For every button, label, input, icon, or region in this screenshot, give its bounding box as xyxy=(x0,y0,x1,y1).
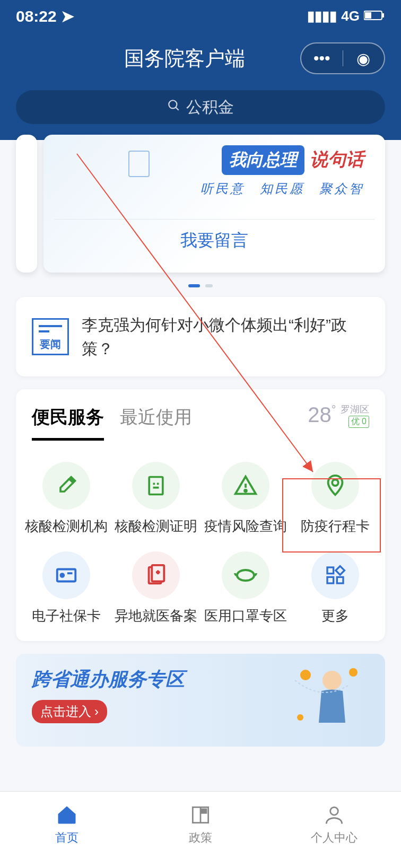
service-mask-zone[interactable]: 医用口罩专区 xyxy=(201,551,290,625)
news-headline: 李克强为何针对小微个体频出“利好”政策？ xyxy=(82,313,369,361)
doc-check-icon xyxy=(132,462,180,510)
paper-icon xyxy=(128,151,150,177)
person-illustration xyxy=(290,664,364,744)
svg-point-19 xyxy=(322,671,342,690)
med-doc-icon xyxy=(132,551,180,599)
network-label: 4G xyxy=(341,8,360,24)
policy-icon xyxy=(189,803,212,827)
chevron-right-icon: › xyxy=(94,704,99,719)
svg-rect-2 xyxy=(382,13,384,17)
svg-point-10 xyxy=(60,574,64,577)
menu-icon[interactable]: ••• xyxy=(301,43,343,73)
search-icon xyxy=(167,98,181,116)
service-label: 电子社保卡 xyxy=(32,607,101,625)
banner-subtitle: 听民意 知民愿 聚众智 xyxy=(54,180,364,197)
tab-home[interactable]: 首页 xyxy=(0,792,134,857)
svg-rect-17 xyxy=(327,577,334,583)
svg-rect-26 xyxy=(202,809,206,813)
svg-point-14 xyxy=(237,570,254,581)
banner-chip: 我向总理 xyxy=(222,145,304,175)
service-label: 医用口罩专区 xyxy=(204,607,287,625)
banner-button[interactable]: 我要留言 xyxy=(54,219,374,262)
profile-icon xyxy=(322,803,346,827)
news-badge-icon: 要闻 xyxy=(32,318,69,355)
page-title: 国务院客户端 xyxy=(69,45,300,72)
service-label: 更多 xyxy=(321,607,349,625)
news-card[interactable]: 要闻 李克强为何针对小微个体频出“利好”政策？ xyxy=(16,297,385,376)
service-offsite-medical[interactable]: 异地就医备案 xyxy=(111,551,201,625)
svg-rect-1 xyxy=(365,12,371,19)
search-placeholder: 公积金 xyxy=(186,97,234,118)
banner-carousel[interactable]: 我向总理 说句话 听民意 知民愿 聚众智 我要留言 xyxy=(0,135,401,297)
svg-point-20 xyxy=(300,670,311,680)
weather-badge: 优 0 xyxy=(348,416,369,428)
battery-icon xyxy=(364,8,385,24)
service-nucleic-cert[interactable]: 核酸检测证明 xyxy=(111,462,201,536)
svg-point-27 xyxy=(330,807,338,815)
mask-icon xyxy=(222,551,269,599)
service-label: 异地就医备案 xyxy=(115,607,197,625)
close-icon[interactable]: ◉ xyxy=(343,43,385,73)
svg-point-8 xyxy=(332,480,338,486)
service-nucleic-org[interactable]: 核酸检测机构 xyxy=(21,462,111,536)
svg-line-4 xyxy=(176,107,178,110)
home-icon xyxy=(55,803,79,827)
services-grid: 核酸检测机构 核酸检测证明 疫情风险查询 防疫行程卡 xyxy=(21,446,380,625)
svg-rect-16 xyxy=(335,566,344,575)
header: 国务院客户端 ••• ◉ 公积金 xyxy=(0,32,401,140)
warning-icon xyxy=(222,462,269,510)
miniprogram-capsule[interactable]: ••• ◉ xyxy=(300,42,385,74)
search-input[interactable]: 公积金 xyxy=(16,90,385,124)
tab-label: 政策 xyxy=(189,830,212,846)
svg-rect-5 xyxy=(149,477,163,495)
pager-dot-active xyxy=(188,284,200,287)
svg-rect-15 xyxy=(327,567,334,574)
signal-icon: ▮▮▮▮ xyxy=(307,8,337,24)
service-travel-card[interactable]: 防疫行程卡 xyxy=(290,462,380,536)
tab-recent[interactable]: 最近使用 xyxy=(120,405,192,438)
banner-card[interactable]: 我向总理 说句话 听民意 知民愿 聚众智 我要留言 xyxy=(43,135,385,273)
tab-policy[interactable]: 政策 xyxy=(134,792,267,857)
weather-temp: 28 xyxy=(308,403,332,426)
svg-point-21 xyxy=(349,668,358,677)
status-time: 08:22 ➤ xyxy=(16,7,74,25)
weather-widget[interactable]: 28° 罗湖区 优 0 xyxy=(308,403,369,428)
promo-banner[interactable]: 跨省通办服务专区 点击进入 › xyxy=(16,654,385,747)
location-arrow-icon: ➤ xyxy=(61,7,74,25)
tab-label: 首页 xyxy=(55,830,79,846)
banner-say: 说句话 xyxy=(310,147,364,172)
weather-location: 罗湖区 xyxy=(341,404,369,415)
status-right: ▮▮▮▮ 4G xyxy=(307,8,385,24)
tab-bar: 首页 政策 个人中心 xyxy=(0,791,401,868)
services-card: 便民服务 最近使用 28° 罗湖区 优 0 核酸检测机构 核酸检测证明 xyxy=(16,389,385,641)
banner-prev-peek[interactable] xyxy=(16,135,37,273)
pager-dot xyxy=(205,284,213,287)
svg-rect-18 xyxy=(337,577,343,583)
service-social-card[interactable]: 电子社保卡 xyxy=(21,551,111,625)
service-more[interactable]: 更多 xyxy=(290,551,380,625)
status-bar: 08:22 ➤ ▮▮▮▮ 4G xyxy=(0,0,401,32)
service-label: 核酸检测机构 xyxy=(25,517,108,536)
location-icon xyxy=(311,462,359,510)
service-risk-query[interactable]: 疫情风险查询 xyxy=(201,462,290,536)
service-label: 核酸检测证明 xyxy=(115,517,197,536)
svg-point-3 xyxy=(169,100,177,108)
dropper-icon xyxy=(42,462,90,510)
carousel-pager xyxy=(16,273,385,297)
svg-point-7 xyxy=(245,490,247,492)
service-label: 疫情风险查询 xyxy=(204,517,287,536)
more-icon xyxy=(311,551,359,599)
card-icon xyxy=(42,551,90,599)
promo-button[interactable]: 点击进入 › xyxy=(32,700,107,723)
svg-point-22 xyxy=(297,714,303,721)
tab-services[interactable]: 便民服务 xyxy=(32,405,104,441)
tab-profile[interactable]: 个人中心 xyxy=(267,792,401,857)
tab-label: 个人中心 xyxy=(311,830,358,846)
service-label: 防疫行程卡 xyxy=(301,517,370,536)
